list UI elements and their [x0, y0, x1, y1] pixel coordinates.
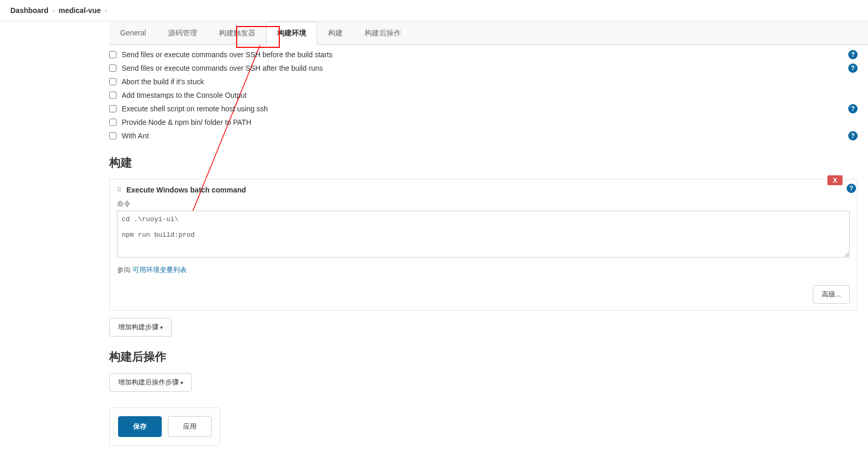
env-checkbox[interactable]	[109, 65, 116, 72]
drag-handle-icon[interactable]: ⠿	[117, 186, 122, 194]
config-tabs: General 源码管理 构建触发器 构建环境 构建 构建后操作	[109, 21, 868, 45]
env-label[interactable]: With Ant	[122, 132, 149, 140]
section-title-build: 构建	[109, 155, 858, 171]
help-icon[interactable]: ?	[848, 131, 858, 140]
apply-button[interactable]: 应用	[168, 416, 212, 437]
breadcrumb: Dashboard › medical-vue ›	[0, 0, 868, 21]
env-label[interactable]: Provide Node & npm bin/ folder to PATH	[122, 118, 251, 126]
tab-post-build[interactable]: 构建后操作	[354, 22, 412, 45]
env-label[interactable]: Send files or execute commands over SSH …	[122, 64, 323, 72]
breadcrumb-item-project[interactable]: medical-vue	[59, 6, 101, 15]
tab-general[interactable]: General	[109, 22, 157, 45]
env-checkbox[interactable]	[109, 119, 116, 126]
env-checkbox[interactable]	[109, 132, 116, 139]
help-icon[interactable]: ?	[848, 50, 858, 59]
env-label[interactable]: Abort the build if it's stuck	[122, 78, 204, 86]
env-option-row: Execute shell script on remote host usin…	[109, 102, 858, 115]
env-option-row: Abort the build if it's stuck	[109, 75, 858, 88]
add-build-step-button[interactable]: 增加构建步骤	[109, 318, 172, 337]
chevron-right-icon: ›	[105, 7, 107, 14]
env-label[interactable]: Send files or execute commands over SSH …	[122, 50, 332, 59]
section-title-post-build: 构建后操作	[109, 349, 858, 365]
tab-scm[interactable]: 源码管理	[157, 22, 208, 45]
save-button[interactable]: 保存	[118, 416, 162, 437]
advanced-button[interactable]: 高级...	[813, 285, 850, 304]
env-checkbox[interactable]	[109, 51, 116, 58]
breadcrumb-item-dashboard[interactable]: Dashboard	[10, 6, 48, 15]
env-option-row: With Ant ?	[109, 129, 858, 143]
env-option-row: Provide Node & npm bin/ folder to PATH	[109, 115, 858, 129]
env-vars-link[interactable]: 可用环境变量列表	[133, 266, 187, 274]
tab-build[interactable]: 构建	[317, 22, 354, 45]
see-also-text: 参阅 可用环境变量列表	[117, 265, 850, 275]
command-label: 命令	[117, 199, 850, 209]
footer-actions: 保存 应用	[109, 407, 221, 446]
tab-build-env[interactable]: 构建环境	[266, 22, 317, 45]
env-checkbox[interactable]	[109, 105, 116, 112]
env-option-row: Send files or execute commands over SSH …	[109, 61, 858, 75]
chevron-right-icon: ›	[53, 7, 55, 14]
env-label[interactable]: Add timestamps to the Console Output	[122, 91, 247, 99]
env-checkbox[interactable]	[109, 78, 116, 85]
tab-triggers[interactable]: 构建触发器	[208, 22, 266, 45]
help-icon[interactable]: ?	[848, 104, 858, 113]
env-checkbox[interactable]	[109, 92, 116, 99]
env-option-row: Add timestamps to the Console Output	[109, 88, 858, 102]
help-icon[interactable]: ?	[847, 184, 856, 193]
help-icon[interactable]: ?	[848, 63, 858, 73]
build-step-header: ⠿ Execute Windows batch command	[117, 186, 850, 194]
env-label[interactable]: Execute shell script on remote host usin…	[122, 105, 268, 113]
build-env-options: Send files or execute commands over SSH …	[109, 48, 858, 143]
env-option-row: Send files or execute commands over SSH …	[109, 48, 858, 61]
add-post-build-step-button[interactable]: 增加构建后操作步骤	[109, 373, 192, 392]
build-step-name: Execute Windows batch command	[126, 186, 246, 194]
build-step: X ? ⠿ Execute Windows batch command 命令 参…	[109, 179, 858, 311]
delete-step-button[interactable]: X	[827, 175, 843, 185]
command-textarea[interactable]	[117, 211, 850, 258]
